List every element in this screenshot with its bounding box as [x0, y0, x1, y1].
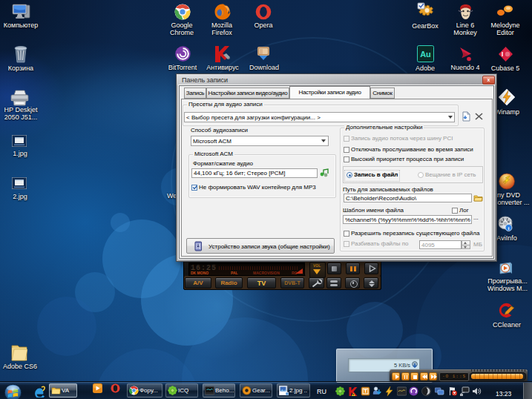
svg-text:i: i — [508, 225, 510, 231]
svg-text:Au: Au — [420, 50, 431, 59]
